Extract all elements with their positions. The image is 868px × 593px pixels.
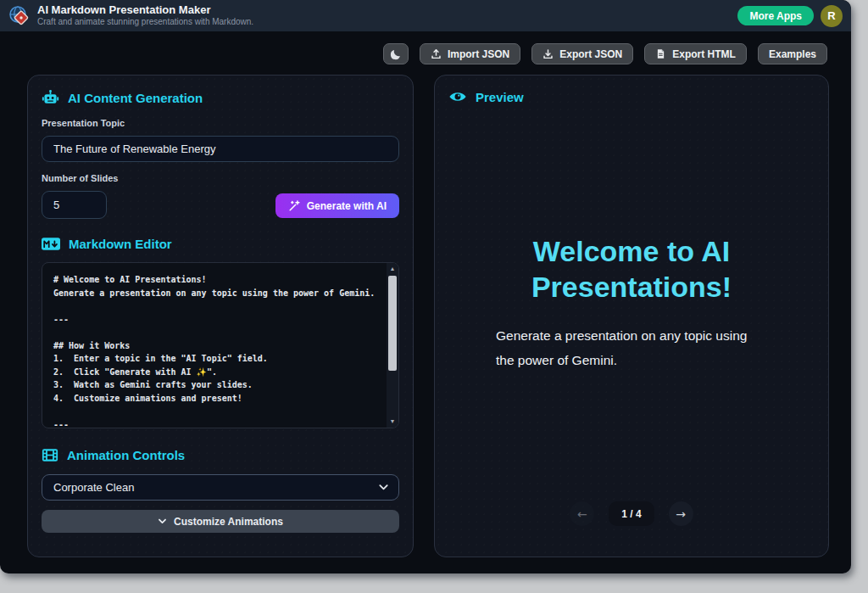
animation-controls-heading-label: Animation Controls: [67, 448, 185, 462]
slides-row: Generate with AI: [42, 191, 399, 219]
markdown-editor-heading-label: Markdown Editor: [69, 237, 172, 251]
magic-wand-icon: [288, 200, 300, 212]
export-html-button[interactable]: Export HTML: [644, 43, 747, 64]
preview-heading: Preview: [448, 89, 815, 104]
markdown-editor-textarea[interactable]: # Welcome to AI Presentations! Generate …: [42, 262, 399, 428]
scroll-down-icon[interactable]: ▼: [390, 416, 396, 428]
ai-content-heading-label: AI Content Generation: [68, 91, 203, 105]
preview-heading-label: Preview: [476, 90, 524, 104]
customize-animations-label: Customize Animations: [174, 516, 283, 528]
prev-slide-button[interactable]: ←: [570, 501, 594, 526]
robot-icon: [42, 89, 59, 107]
theme-toggle-button[interactable]: [383, 43, 409, 64]
editor-scrollbar[interactable]: ▲ ▼: [387, 263, 398, 428]
page-title: AI Markdown Presentation Maker: [37, 4, 253, 17]
file-icon: [655, 48, 666, 59]
topic-input[interactable]: [42, 136, 399, 162]
header-actions: More Apps R: [737, 5, 843, 27]
preset-select-wrap: Corporate Clean: [42, 474, 399, 501]
generate-ai-label: Generate with AI: [307, 200, 387, 212]
eye-icon: [448, 89, 467, 104]
export-json-label: Export JSON: [559, 48, 622, 60]
ai-content-heading: AI Content Generation: [42, 89, 399, 107]
import-json-button[interactable]: Import JSON: [420, 43, 520, 64]
scroll-up-icon[interactable]: ▲: [390, 263, 396, 275]
markdown-editor-wrap: # Welcome to AI Presentations! Generate …: [42, 262, 399, 428]
export-html-label: Export HTML: [672, 48, 736, 60]
avatar[interactable]: R: [821, 5, 843, 27]
markdown-editor-heading: Markdown Editor: [42, 237, 399, 251]
arrow-right-icon: →: [676, 507, 686, 521]
preview-panel: Preview Welcome to AI Presentations! Gen…: [434, 75, 829, 557]
header: AI Markdown Presentation Maker Craft and…: [0, 0, 851, 31]
slides-label: Number of Slides: [42, 173, 399, 183]
topic-label: Presentation Topic: [42, 118, 399, 128]
moon-icon: [390, 48, 402, 60]
slide-title: Welcome to AI Presentations!: [466, 233, 797, 305]
more-apps-button[interactable]: More Apps: [737, 6, 814, 25]
next-slide-button[interactable]: →: [669, 501, 693, 526]
app-window: AI Markdown Presentation Maker Craft and…: [0, 0, 851, 573]
app-logo-icon: [8, 5, 31, 27]
page-subtitle: Craft and animate stunning presentations…: [37, 17, 253, 27]
slide-body: Generate a presentation on any topic usi…: [496, 324, 767, 372]
download-icon: [542, 48, 554, 59]
slides-count-input[interactable]: [42, 191, 107, 219]
preview-navigation: ← 1 / 4 →: [448, 501, 815, 526]
toolbar: Import JSON Export JSON Export HTML Exam…: [383, 43, 827, 64]
chevron-down-icon: [158, 517, 167, 526]
upload-icon: [431, 48, 442, 59]
animation-preset-select[interactable]: Corporate Clean: [42, 474, 399, 501]
film-icon: [42, 447, 58, 463]
arrow-left-icon: ←: [577, 507, 587, 521]
examples-button[interactable]: Examples: [758, 43, 827, 64]
generate-ai-button[interactable]: Generate with AI: [275, 193, 399, 218]
header-titles: AI Markdown Presentation Maker Craft and…: [37, 4, 253, 26]
markdown-icon: [42, 237, 60, 251]
import-json-label: Import JSON: [448, 48, 509, 60]
slide-preview: Welcome to AI Presentations! Generate a …: [448, 104, 815, 501]
examples-label: Examples: [769, 48, 816, 60]
scrollbar-thumb[interactable]: [388, 276, 397, 371]
export-json-button[interactable]: Export JSON: [531, 43, 633, 64]
customize-animations-button[interactable]: Customize Animations: [42, 510, 399, 533]
animation-controls-heading: Animation Controls: [42, 447, 399, 463]
slide-counter: 1 / 4: [609, 501, 654, 526]
generator-panel: AI Content Generation Presentation Topic…: [27, 75, 414, 557]
